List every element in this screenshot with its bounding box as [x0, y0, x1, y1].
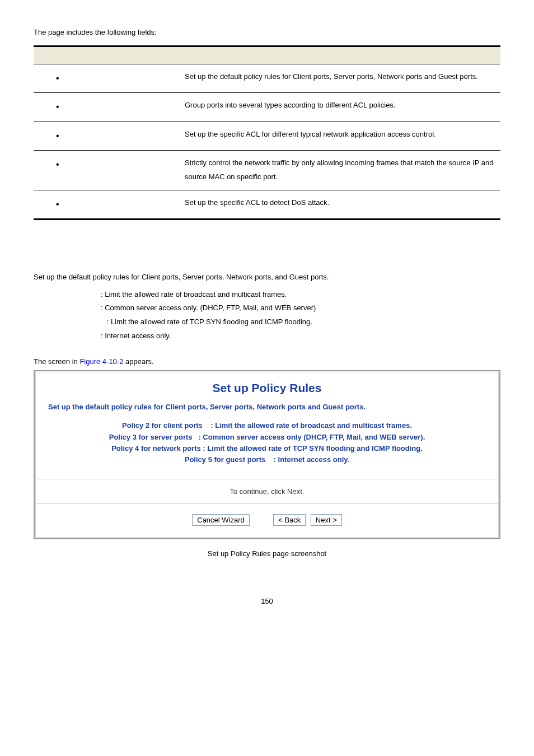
- bullet-icon: •: [56, 160, 59, 169]
- table-header-description: [179, 46, 500, 64]
- table-header-object: [34, 46, 179, 64]
- page-number: 150: [34, 597, 500, 605]
- policy-line-2: : Limit the allowed rate of broadcast an…: [101, 288, 500, 302]
- policy-line-3: : Common server access only. (DHCP, FTP,…: [101, 301, 500, 315]
- table-cell-desc: Group ports into several types according…: [179, 93, 500, 122]
- table-cell-desc: Set up the specific ACL to detect DoS at…: [179, 190, 500, 219]
- table-row: • Set up the specific ACL for different …: [34, 122, 500, 150]
- wizard-title: Set up Policy Rules: [46, 381, 488, 395]
- cancel-wizard-button[interactable]: Cancel Wizard: [192, 514, 250, 526]
- table-row: • Group ports into several types accordi…: [34, 93, 500, 122]
- table-cell-desc: Set up the specific ACL for different ty…: [179, 122, 500, 150]
- policy-line-4: : Limit the allowed rate of TCP SYN floo…: [101, 315, 500, 329]
- next-button[interactable]: Next >: [311, 514, 342, 526]
- fields-table: • Set up the default policy rules for Cl…: [34, 45, 500, 220]
- policy-line-5: : Internet access only.: [101, 329, 500, 343]
- table-cell-desc: Set up the default policy rules for Clie…: [179, 64, 500, 93]
- wizard-subtitle: Set up the default policy rules for Clie…: [46, 403, 488, 411]
- figure-reference: The screen in Figure 4-10-2 appears.: [34, 357, 500, 366]
- figure-caption: Set up Policy Rules page screenshot: [34, 549, 500, 558]
- bullet-icon: •: [56, 131, 59, 141]
- table-header-row: [34, 46, 500, 64]
- wizard-policy-2: Policy 2 for client ports : Limit the al…: [46, 420, 488, 431]
- table-cell-desc: Strictly control the network traffic by …: [179, 151, 500, 190]
- policy-description: Set up the default policy rules for Clie…: [34, 270, 500, 343]
- figure-link[interactable]: Figure 4-10-2: [79, 357, 123, 366]
- bullet-icon: •: [56, 73, 59, 83]
- wizard-policy-5: Policy 5 for guest ports : Internet acce…: [46, 454, 488, 465]
- wizard-screenshot: Set up Policy Rules Set up the default p…: [34, 370, 500, 539]
- table-row: • Strictly control the network traffic b…: [34, 151, 500, 190]
- intro-text: The page includes the following fields:: [34, 28, 500, 36]
- back-button[interactable]: < Back: [273, 514, 306, 526]
- table-row: • Set up the default policy rules for Cl…: [34, 64, 500, 93]
- bullet-icon: •: [56, 199, 59, 209]
- wizard-policy-4: Policy 4 for network ports : Limit the a…: [46, 443, 488, 454]
- bullet-icon: •: [56, 102, 59, 111]
- table-row: • Set up the specific ACL to detect DoS …: [34, 190, 500, 219]
- policy-main: Set up the default policy rules for Clie…: [34, 270, 500, 284]
- figure-ref-pre: The screen in: [34, 357, 79, 366]
- wizard-continue-text: To continue, click Next.: [36, 479, 498, 503]
- figure-ref-post: appears.: [123, 357, 153, 366]
- wizard-policy-3: Policy 3 for server ports : Common serve…: [46, 432, 488, 443]
